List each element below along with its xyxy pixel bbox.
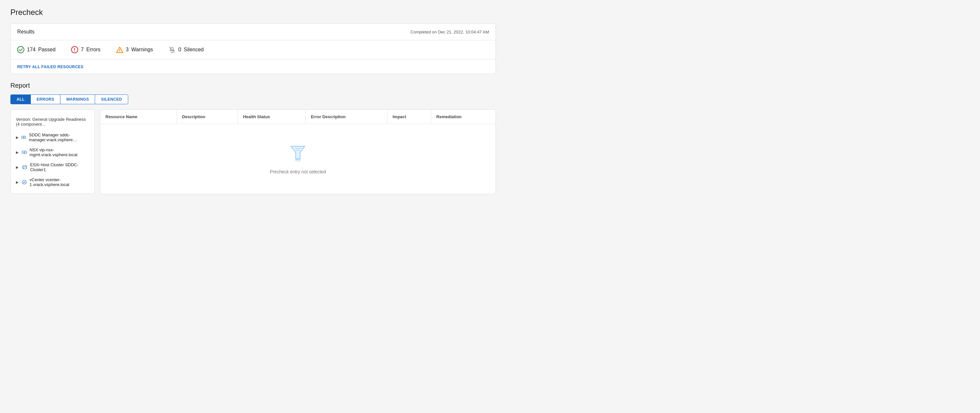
results-title: Results (17, 29, 34, 35)
svg-point-3 (74, 51, 75, 51)
silenced-icon (169, 46, 175, 53)
col-description: Description (177, 110, 237, 124)
esxi-label: ESXi Host Cluster SDDC-Cluster1 (30, 162, 89, 172)
list-item[interactable]: ▶ vCenter vcenter-1.vrack.vsphere.local (11, 175, 94, 190)
empty-state: Precheck entry not selected (100, 124, 496, 194)
chevron-right-icon: ▶ (16, 150, 19, 155)
stat-warnings: 3 Warnings (116, 46, 153, 53)
nsx-icon (22, 149, 27, 155)
tree-panel: Version: General Upgrade Readiness (4 co… (10, 109, 95, 194)
nsx-label: NSX vip-nsx-mgmt.vrack.vsphere.local (30, 147, 89, 157)
passed-label: Passed (38, 47, 56, 53)
svg-marker-14 (291, 147, 305, 159)
stat-silenced: 0 Silenced (169, 46, 204, 53)
list-item[interactable]: ▶ NSX vip-nsx-mgmt.vrack.vsphere.local (11, 145, 94, 160)
col-impact: Impact (387, 110, 431, 124)
svg-point-13 (22, 180, 26, 184)
tab-warnings[interactable]: WARNINGS (60, 94, 95, 104)
empty-state-text: Precheck entry not selected (270, 169, 326, 174)
svg-point-9 (23, 137, 24, 138)
results-card: Results Completed on Dec 21, 2022, 10:04… (10, 23, 496, 74)
errors-icon (71, 46, 78, 53)
silenced-count: 0 (178, 47, 181, 53)
svg-rect-8 (22, 136, 25, 139)
esxi-icon (22, 164, 28, 170)
list-item[interactable]: ▶ ESXi Host Cluster SDDC-Cluster1 (11, 160, 94, 175)
detail-table: Resource Name Description Health Status … (100, 110, 496, 194)
filter-tabs: ALL ERRORS WARNINGS SILENCED (10, 94, 496, 104)
tab-errors[interactable]: ERRORS (30, 94, 60, 104)
sddc-icon (21, 134, 26, 140)
page-title: Precheck (10, 8, 496, 17)
col-resource-name: Resource Name (100, 110, 177, 124)
detail-panel: Resource Name Description Health Status … (100, 109, 496, 194)
svg-line-7 (169, 47, 175, 52)
silenced-label: Silenced (184, 47, 204, 53)
retry-all-link[interactable]: RETRY ALL FAILED RESOURCES (17, 65, 83, 69)
warnings-icon (116, 46, 123, 53)
report-title: Report (10, 82, 496, 89)
svg-point-12 (23, 168, 24, 169)
results-actions: RETRY ALL FAILED RESOURCES (11, 59, 496, 74)
chevron-right-icon: ▶ (16, 180, 19, 184)
chevron-right-icon: ▶ (16, 136, 19, 140)
table-empty-row: Precheck entry not selected (100, 124, 496, 194)
report-content: Version: General Upgrade Readiness (4 co… (10, 109, 496, 194)
chevron-right-icon: ▶ (16, 165, 19, 169)
tab-all[interactable]: ALL (10, 94, 31, 104)
vcenter-label: vCenter vcenter-1.vrack.vsphere.local (30, 177, 89, 187)
tree-version-header: Version: General Upgrade Readiness (4 co… (11, 114, 94, 130)
errors-label: Errors (86, 47, 100, 53)
stat-passed: 174 Passed (17, 46, 56, 53)
col-remediation: Remediation (431, 110, 496, 124)
warnings-count: 3 (126, 47, 129, 53)
col-health-status: Health Status (237, 110, 305, 124)
page-container: Precheck Results Completed on Dec 21, 20… (0, 0, 506, 202)
list-item[interactable]: ▶ SDDC Manager sddc-manager.vrack.vspher… (11, 130, 94, 145)
errors-count: 7 (81, 47, 84, 53)
warnings-label: Warnings (131, 47, 153, 53)
results-stats: 174 Passed 7 Errors (11, 40, 496, 59)
sddc-label: SDDC Manager sddc-manager.vrack.vsphere… (29, 132, 89, 142)
svg-point-0 (18, 46, 24, 53)
vcenter-icon (22, 179, 27, 185)
col-error-description: Error Description (305, 110, 387, 124)
passed-icon (17, 46, 24, 53)
stat-errors: 7 Errors (71, 46, 100, 53)
svg-point-15 (296, 159, 300, 161)
table-header-row: Resource Name Description Health Status … (100, 110, 496, 124)
svg-rect-11 (23, 166, 27, 169)
svg-point-6 (119, 52, 120, 52)
results-completed: Completed on Dec 21, 2022, 10:04:47 AM (410, 30, 489, 34)
tree-scroll[interactable]: Version: General Upgrade Readiness (4 co… (11, 110, 94, 193)
tab-silenced[interactable]: SILENCED (95, 94, 128, 104)
passed-count: 174 (27, 47, 36, 53)
filter-empty-icon (288, 144, 308, 164)
results-header: Results Completed on Dec 21, 2022, 10:04… (11, 24, 496, 40)
